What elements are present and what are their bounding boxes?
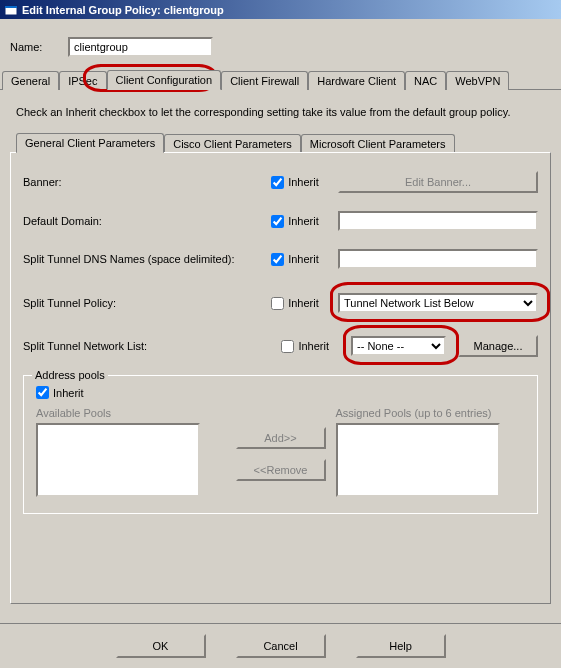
sub-tabs: General Client Parameters Cisco Client P… — [10, 132, 551, 152]
policy-dialog: Edit Internal Group Policy: clientgroup … — [0, 0, 561, 668]
row-banner: Banner: Inherit Edit Banner... — [23, 171, 538, 193]
subtab-general-client-parameters[interactable]: General Client Parameters — [16, 133, 164, 153]
subtab-cisco-client-parameters[interactable]: Cisco Client Parameters — [164, 134, 301, 153]
default-domain-label: Default Domain: — [23, 215, 271, 227]
tab-hardware-client[interactable]: Hardware Client — [308, 71, 405, 90]
split-dns-input[interactable] — [338, 249, 538, 269]
info-text: Check an Inherit checkbox to let the cor… — [0, 90, 561, 132]
split-dns-label: Split Tunnel DNS Names (space delimited)… — [23, 253, 271, 265]
address-pools-inherit-label: Inherit — [53, 387, 84, 399]
svg-rect-1 — [5, 6, 17, 8]
title-bar: Edit Internal Group Policy: clientgroup — [0, 0, 561, 19]
address-pools-title: Address pools — [32, 369, 108, 381]
available-pools-list[interactable] — [36, 423, 200, 497]
main-tabs: General IPSec Client Configuration Clien… — [0, 69, 561, 90]
assigned-pools-list[interactable] — [336, 423, 500, 497]
help-button[interactable]: Help — [356, 634, 446, 658]
row-default-domain: Default Domain: Inherit — [23, 211, 538, 231]
address-pools-fieldset: Address pools Inherit Available Pools Ad… — [23, 375, 538, 514]
default-domain-inherit-label: Inherit — [288, 215, 319, 227]
split-list-label: Split Tunnel Network List: — [23, 340, 281, 352]
cancel-button[interactable]: Cancel — [236, 634, 326, 658]
split-policy-inherit-label: Inherit — [288, 297, 319, 309]
split-list-inherit-checkbox[interactable] — [281, 340, 294, 353]
split-policy-inherit-checkbox[interactable] — [271, 297, 284, 310]
row-split-dns: Split Tunnel DNS Names (space delimited)… — [23, 249, 538, 269]
tab-client-configuration[interactable]: Client Configuration — [107, 70, 222, 90]
tab-client-firewall[interactable]: Client Firewall — [221, 71, 308, 90]
split-list-select[interactable]: -- None -- — [351, 336, 446, 356]
ok-button[interactable]: OK — [116, 634, 206, 658]
split-list-inherit-label: Inherit — [298, 340, 329, 352]
default-domain-inherit-checkbox[interactable] — [271, 215, 284, 228]
tab-webvpn[interactable]: WebVPN — [446, 71, 509, 90]
row-split-list: Split Tunnel Network List: Inherit -- No… — [23, 335, 538, 357]
assigned-pools-label: Assigned Pools (up to 6 entries) — [336, 407, 526, 419]
available-pools-label: Available Pools — [36, 407, 226, 419]
subtab-microsoft-client-parameters[interactable]: Microsoft Client Parameters — [301, 134, 455, 153]
banner-inherit-checkbox[interactable] — [271, 176, 284, 189]
title-text: Edit Internal Group Policy: clientgroup — [22, 4, 224, 16]
row-split-policy: Split Tunnel Policy: Inherit Tunnel Netw… — [23, 293, 538, 313]
manage-button[interactable]: Manage... — [458, 335, 538, 357]
name-label: Name: — [10, 41, 68, 53]
name-input[interactable] — [68, 37, 213, 57]
split-dns-inherit-label: Inherit — [288, 253, 319, 265]
bottom-button-bar: OK Cancel Help — [0, 623, 561, 668]
default-domain-input[interactable] — [338, 211, 538, 231]
banner-inherit-label: Inherit — [288, 176, 319, 188]
tab-nac[interactable]: NAC — [405, 71, 446, 90]
dialog-body: Name: General IPSec Client Configuration… — [0, 19, 561, 604]
add-pool-button[interactable]: Add>> — [236, 427, 326, 449]
name-row: Name: — [0, 19, 561, 69]
client-params-panel: Banner: Inherit Edit Banner... Default D… — [10, 152, 551, 604]
remove-pool-button[interactable]: <<Remove — [236, 459, 326, 481]
split-policy-select[interactable]: Tunnel Network List Below — [338, 293, 538, 313]
app-icon — [4, 3, 18, 17]
banner-label: Banner: — [23, 176, 271, 188]
edit-banner-button[interactable]: Edit Banner... — [338, 171, 538, 193]
tab-general[interactable]: General — [2, 71, 59, 90]
address-pools-inherit-checkbox[interactable] — [36, 386, 49, 399]
split-policy-label: Split Tunnel Policy: — [23, 297, 271, 309]
sub-tabs-wrap: General Client Parameters Cisco Client P… — [0, 132, 561, 152]
split-dns-inherit-checkbox[interactable] — [271, 253, 284, 266]
assigned-pools-col: Assigned Pools (up to 6 entries) — [336, 407, 526, 497]
tab-ipsec[interactable]: IPSec — [59, 71, 106, 90]
available-pools-col: Available Pools — [36, 407, 226, 497]
